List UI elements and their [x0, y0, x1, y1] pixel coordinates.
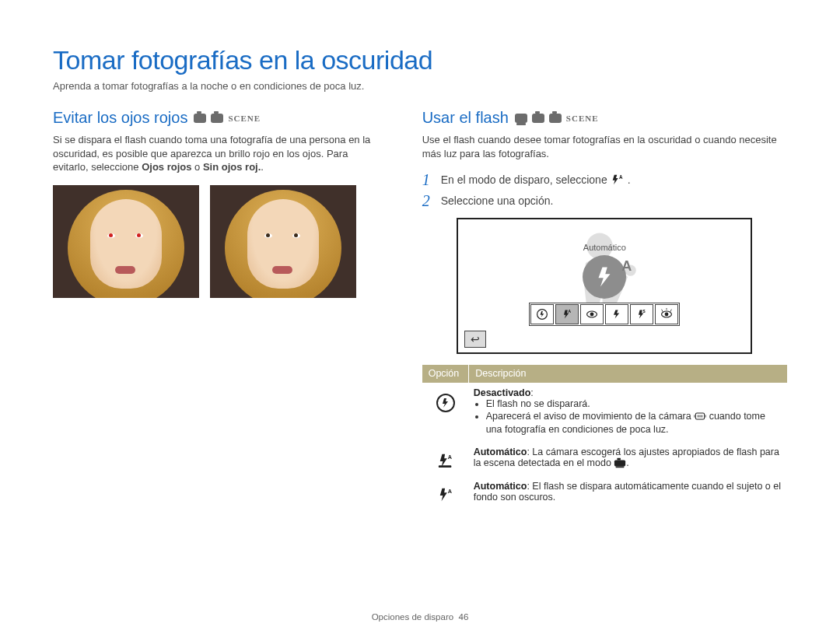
- camera-icon: [194, 114, 206, 123]
- scene-mode-icon: SCENE: [566, 114, 599, 123]
- flash-option-auto[interactable]: A: [555, 304, 579, 324]
- heading-avoid-red-eye: Evitar los ojos rojos: [53, 109, 187, 127]
- page-title: Tomar fotografías en la oscuridad: [53, 45, 787, 75]
- option-icon-off: [422, 383, 469, 442]
- flash-option-fill[interactable]: [605, 304, 628, 324]
- svg-text:S: S: [643, 310, 646, 313]
- flash-options-row: A S: [529, 303, 680, 326]
- example-photos: [53, 185, 385, 298]
- flash-option-redeye-fix[interactable]: [655, 304, 678, 324]
- svg-rect-13: [614, 461, 625, 467]
- section-avoid-red-eye: Evitar los ojos rojos SCENE Si se dispar…: [53, 109, 385, 510]
- table-row: A Automático: La cámara escogerá los aju…: [422, 442, 787, 476]
- svg-rect-15: [616, 467, 625, 468]
- flash-option-redeye[interactable]: [580, 304, 604, 324]
- mode-icons-right: SCENE: [515, 114, 599, 123]
- table-header-description: Descripción: [469, 365, 787, 383]
- heading-use-flash: Usar el flash: [422, 109, 509, 127]
- table-row: Desactivado: El flash no se disparará. A…: [422, 383, 787, 442]
- page-footer: Opciones de disparo 46: [0, 612, 840, 622]
- flash-mode-big-icon: [583, 255, 626, 299]
- svg-text:A: A: [447, 454, 452, 461]
- svg-rect-14: [618, 458, 621, 461]
- mode-icons-left: SCENE: [194, 114, 261, 123]
- shake-warning-icon: [694, 411, 706, 424]
- photo-red-eye: [53, 185, 199, 298]
- svg-text:A: A: [619, 174, 623, 180]
- flash-auto-icon: A: [611, 174, 625, 185]
- photo-corrected: [210, 185, 356, 298]
- svg-text:A: A: [447, 488, 452, 495]
- step-1: 1 En el modo de disparo, seleccione A .: [422, 171, 787, 189]
- section-use-flash: Usar el flash SCENE Use el flash cuando …: [422, 109, 787, 510]
- camera-icon: [211, 114, 223, 123]
- table-row: A Automático: El flash se dispara automá…: [422, 476, 787, 510]
- camera-icon: [549, 114, 562, 123]
- auto-badge: A: [621, 258, 632, 275]
- smart-mode-icon: [515, 114, 527, 123]
- svg-point-6: [590, 313, 594, 317]
- smart-mode-icon: [614, 457, 626, 471]
- flash-option-slow[interactable]: S: [630, 304, 653, 324]
- scene-mode-icon: SCENE: [228, 114, 261, 123]
- flash-mode-label: Automático: [583, 243, 626, 252]
- option-icon-smart-auto: A: [422, 442, 469, 476]
- use-flash-text: Use el flash cuando desee tomar fotograf…: [422, 133, 787, 160]
- svg-rect-12: [439, 465, 451, 468]
- svg-point-9: [665, 313, 669, 317]
- svg-text:A: A: [569, 310, 572, 313]
- option-icon-auto: A: [422, 476, 469, 510]
- step-2: 2 Seleccione una opción.: [422, 192, 787, 210]
- camera-screen-preview: Automático A A S ↩: [457, 218, 752, 354]
- back-button[interactable]: ↩: [464, 331, 486, 348]
- table-header-option: Opción: [422, 365, 469, 383]
- camera-icon: [532, 114, 544, 123]
- flash-options-table: Opción Descripción Desactivado: El flash…: [422, 365, 787, 510]
- page-intro: Aprenda a tomar fotografías a la noche o…: [53, 80, 787, 92]
- avoid-red-eye-text: Si se dispara el flash cuando toma una f…: [53, 133, 385, 174]
- flash-option-off[interactable]: [530, 304, 554, 324]
